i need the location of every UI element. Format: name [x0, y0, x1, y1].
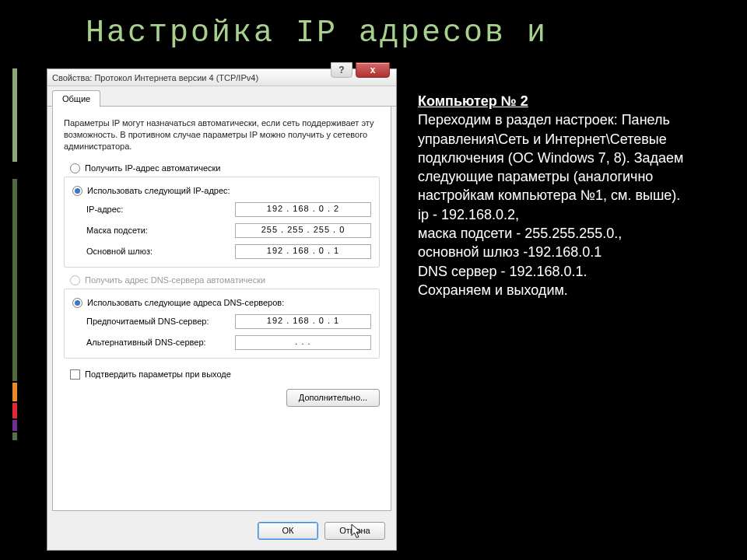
advanced-button[interactable]: Дополнительно... — [286, 389, 380, 407]
decoration-stripe — [12, 383, 17, 401]
dns1-label: Предпочитаемый DNS-сервер: — [86, 317, 209, 326]
checkbox-icon — [70, 369, 80, 380]
confirm-label: Подтвердить параметры при выходе — [85, 369, 231, 379]
dns2-input[interactable]: . . . — [235, 335, 371, 350]
radio-label: Использовать следующий IP-адрес: — [87, 186, 230, 195]
radio-icon — [72, 298, 82, 308]
dialog-caption: Свойства: Протокол Интернета версии 4 (T… — [52, 73, 258, 82]
dns2-label: Альтернативный DNS-сервер: — [86, 338, 206, 347]
instructions-gw: основной шлюз -192.168.0.1 — [418, 244, 601, 260]
ip-input[interactable]: 192 . 168 . 0 . 2 — [235, 202, 371, 217]
radio-label: Использовать следующие адреса DNS-сервер… — [87, 298, 284, 307]
instructions-dns: DNS сервер - 192.168.0.1. — [418, 264, 587, 279]
instructions-ip: ip - 192.168.0.2, — [418, 207, 519, 222]
radio-icon — [70, 275, 80, 285]
decoration-stripe — [12, 432, 17, 440]
instructions-panel: Компьютер № 2 Переходим в раздел настрое… — [418, 92, 729, 299]
decoration-stripe — [12, 420, 17, 431]
close-button[interactable]: x — [356, 62, 390, 78]
mask-label: Маска подсети: — [86, 226, 148, 235]
gateway-input[interactable]: 192 . 168 . 0 . 1 — [235, 244, 371, 259]
titlebar[interactable]: Свойства: Протокол Интернета версии 4 (T… — [47, 69, 396, 86]
button-bar: ОК Отмена — [52, 517, 391, 544]
radio-manual-ip[interactable]: Использовать следующий IP-адрес: — [72, 186, 371, 196]
instructions-mask: маска подсети - 255.255.255.0., — [418, 226, 622, 241]
ip-group: Использовать следующий IP-адрес: IP-адре… — [64, 177, 380, 268]
radio-icon — [70, 163, 80, 173]
field-dns2: Альтернативный DNS-сервер: . . . — [86, 335, 371, 350]
confirm-checkbox-row[interactable]: Подтвердить параметры при выходе — [70, 369, 380, 380]
radio-auto-dns: Получить адрес DNS-сервера автоматически — [70, 275, 380, 285]
radio-label: Получить адрес DNS-сервера автоматически — [85, 275, 265, 285]
radio-manual-dns[interactable]: Использовать следующие адреса DNS-сервер… — [72, 298, 371, 308]
field-gateway: Основной шлюз: 192 . 168 . 0 . 1 — [86, 244, 371, 259]
tab-general[interactable]: Общие — [52, 90, 100, 107]
cancel-button[interactable]: Отмена — [324, 522, 385, 540]
title-line1: Настройка IP адресов и — [86, 16, 548, 51]
radio-auto-ip[interactable]: Получить IP-адрес автоматически — [70, 163, 380, 173]
dns-group: Использовать следующие адреса DNS-сервер… — [64, 289, 380, 359]
tab-strip: Общие — [47, 86, 396, 107]
decoration-stripe — [12, 403, 17, 418]
decoration-stripe — [12, 68, 17, 162]
ip-label: IP-адрес: — [86, 205, 123, 214]
decoration-stripe — [12, 179, 17, 381]
description-text: Параметры IP могут назначаться автоматич… — [64, 117, 380, 152]
instructions-header: Компьютер № 2 — [418, 93, 528, 109]
field-ip: IP-адрес: 192 . 168 . 0 . 2 — [86, 202, 371, 217]
tcpip-properties-dialog: Свойства: Протокол Интернета версии 4 (T… — [47, 68, 397, 551]
gateway-label: Основной шлюз: — [86, 247, 153, 256]
ok-button[interactable]: ОК — [258, 522, 318, 540]
panel-general: Параметры IP могут назначаться автоматич… — [52, 107, 391, 511]
field-mask: Маска подсети: 255 . 255 . 255 . 0 — [86, 223, 371, 238]
mask-input[interactable]: 255 . 255 . 255 . 0 — [235, 223, 371, 238]
help-button[interactable]: ? — [331, 62, 352, 78]
instructions-save: Сохраняем и выходим. — [418, 282, 568, 298]
dns1-input[interactable]: 192 . 168 . 0 . 1 — [235, 314, 371, 329]
field-dns1: Предпочитаемый DNS-сервер: 192 . 168 . 0… — [86, 314, 371, 329]
radio-icon — [72, 186, 82, 196]
radio-label: Получить IP-адрес автоматически — [85, 163, 220, 173]
instructions-body: Переходим в раздел настроек: Панель упра… — [418, 112, 684, 203]
